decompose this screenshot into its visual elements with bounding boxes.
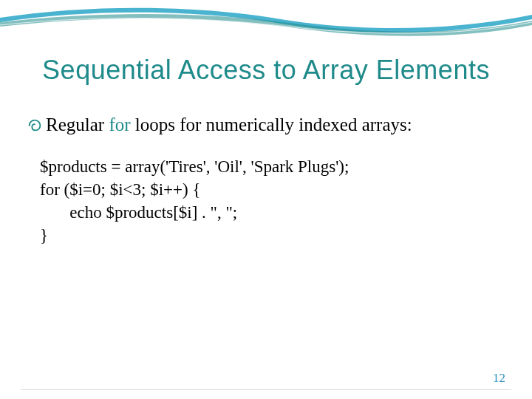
- code-block: $products = array('Tires', 'Oil', 'Spark…: [40, 155, 349, 247]
- swirl-bullet-icon: [27, 117, 43, 134]
- bullet-item: Regular for loops for numerically indexe…: [27, 115, 412, 135]
- code-line-1: $products = array('Tires', 'Oil', 'Spark…: [40, 157, 349, 176]
- code-line-4: }: [40, 226, 48, 245]
- bullet-text: Regular for loops for numerically indexe…: [46, 115, 412, 135]
- wave-decoration: [0, 0, 532, 44]
- page-number: 12: [493, 371, 505, 386]
- code-line-2: for ($i=0; $i<3; $i++) {: [40, 180, 201, 199]
- footer-divider: [21, 389, 511, 390]
- slide-title: Sequential Access to Array Elements: [22, 55, 510, 86]
- code-line-3: echo $products[$i] . ", ";: [40, 203, 237, 222]
- keyword-for: for: [109, 115, 130, 134]
